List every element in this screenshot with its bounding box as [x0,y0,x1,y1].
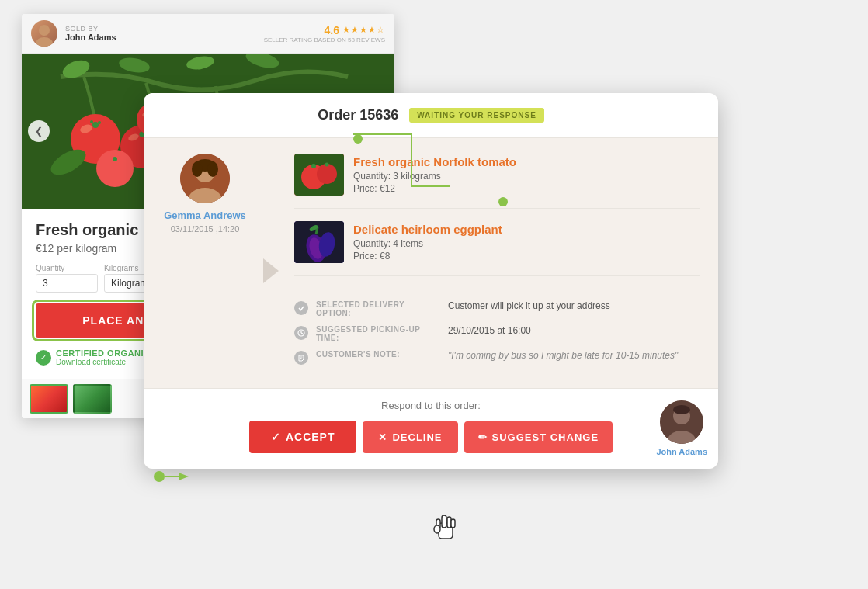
svg-point-28 [96,150,134,187]
seller-label: SOLD BY [65,25,256,33]
seller-info: SOLD BY John Adams [65,25,256,42]
arrow-separator [263,154,279,372]
svg-point-48 [325,163,329,167]
delivery-option-label: SELECTED DELIVERY OPTION: [316,300,440,317]
respond-buttons: ✓ ACCEPT ✕ DECLINE ✏ SUGGEST CHANGE [162,421,700,453]
svg-point-11 [98,121,101,124]
seller-right-image [660,400,703,444]
svg-point-42 [192,161,203,177]
item-image-tomato [294,154,344,196]
svg-rect-70 [436,519,440,528]
suggest-pencil-icon: ✏ [478,431,488,443]
quantity-label: Quantity [36,264,98,272]
check-icon [294,301,308,315]
item-price-1: Price: €12 [353,183,516,194]
customer-date: 03/11/2015 ,14:20 [171,224,240,234]
svg-point-29 [113,157,117,161]
accept-button[interactable]: ✓ ACCEPT [249,421,357,453]
svg-point-0 [39,25,50,36]
suggest-change-button[interactable]: ✏ SUGGEST CHANGE [464,421,613,453]
connector-dot-right [498,197,508,206]
svg-line-57 [301,333,303,334]
delivery-row-pickup: SUGGESTED PICKING-UP TIME: 29/10/2015 at… [294,325,700,342]
connector-dot-left [353,134,363,144]
svg-point-47 [317,164,337,184]
customer-section: Gemma Andrews 03/11/2015 ,14:20 [162,154,248,372]
certified-label: CERTIFIED ORGANIC [56,348,151,358]
product-card-header: SOLD BY John Adams 4.6 ★★★★☆ SELLER RATI… [22,14,394,54]
quantity-input[interactable] [36,274,98,293]
thumbnail-plant[interactable] [73,384,112,414]
order-body: Gemma Andrews 03/11/2015 ,14:20 [144,138,718,388]
svg-rect-71 [451,519,455,528]
order-items: Fresh organic Norfolk tomato Quantity: 3… [294,154,700,372]
svg-rect-69 [447,517,451,528]
item-name-2: Delicate heirloom eggplant [353,223,502,236]
pickup-time-value: 29/10/2015 at 16:00 [448,325,531,336]
delivery-row-note: CUSTOMER'S NOTE: "I'm coming by bus so I… [294,350,700,365]
rating-label: SELLER RATING BASED ON 58 REVIEWS [264,36,385,43]
customer-avatar [180,154,230,203]
order-item-1: Fresh organic Norfolk tomato Quantity: 3… [294,154,700,209]
seller-right-name: John Adams [656,447,707,456]
delivery-row-option: SELECTED DELIVERY OPTION: Customer will … [294,300,700,317]
customer-note-value: "I'm coming by bus so I might be late fo… [448,350,678,361]
svg-marker-66 [179,473,189,480]
order-status-badge: WAITING YOUR RESPONSE [409,108,544,123]
customer-note-label: CUSTOMER'S NOTE: [316,350,440,359]
item-price-2: Price: €8 [353,251,502,262]
download-certificate-link[interactable]: Download certificate [56,358,151,366]
svg-point-43 [207,161,218,177]
decline-x-icon: ✕ [378,431,387,443]
svg-point-10 [90,120,93,123]
clock-icon [294,326,308,340]
accept-checkmark-icon: ✓ [271,431,281,443]
svg-point-63 [673,405,690,414]
seller-right-avatar: John Adams [656,400,707,456]
pickup-time-label: SUGGESTED PICKING-UP TIME: [316,325,440,342]
respond-section: Respond to this order: ✓ ACCEPT ✕ DECLIN… [144,388,718,469]
svg-rect-68 [442,515,446,528]
seller-avatar [31,20,57,47]
svg-point-64 [154,471,165,482]
respond-label: Respond to this order: [162,400,700,411]
delivery-info: SELECTED DELIVERY OPTION: Customer will … [294,289,700,365]
seller-name: John Adams [65,33,256,42]
customer-name[interactable]: Gemma Andrews [164,210,246,221]
item-name-1: Fresh organic Norfolk tomato [353,155,516,168]
cursor [431,509,459,546]
svg-point-46 [311,164,316,168]
rating-stars: ★★★★☆ [342,25,385,35]
order-title: Order 15636 [318,107,398,123]
svg-point-72 [434,525,440,533]
decline-button[interactable]: ✕ DECLINE [363,421,457,453]
thumbnail-tomato[interactable] [30,384,68,414]
order-panel: Order 15636 WAITING YOUR RESPONSE [144,93,718,469]
scene: SOLD BY John Adams 4.6 ★★★★☆ SELLER RATI… [0,0,868,589]
rating-number: 4.6 [325,24,339,36]
cert-icon: ✓ [36,350,51,366]
svg-point-9 [92,122,99,128]
order-item-2: Delicate heirloom eggplant Quantity: 4 i… [294,221,700,276]
delivery-option-value: Customer will pick it up at your address [448,300,610,311]
rating-section: 4.6 ★★★★☆ SELLER RATING BASED ON 58 REVI… [264,24,385,43]
svg-rect-67 [439,523,453,539]
item-image-eggplant [294,221,344,263]
item-details-2: Delicate heirloom eggplant Quantity: 4 i… [353,223,502,262]
arrow-right-icon [263,258,279,283]
item-quantity-2: Quantity: 4 items [353,238,502,249]
item-quantity-1: Quantity: 3 kilograms [353,171,516,182]
nav-arrow-left[interactable]: ❮ [28,120,50,142]
svg-point-1 [36,37,53,47]
item-details-1: Fresh organic Norfolk tomato Quantity: 3… [353,155,516,194]
note-icon [294,351,308,365]
bottom-arrow-indicator [151,461,190,492]
order-header: Order 15636 WAITING YOUR RESPONSE [144,93,718,138]
